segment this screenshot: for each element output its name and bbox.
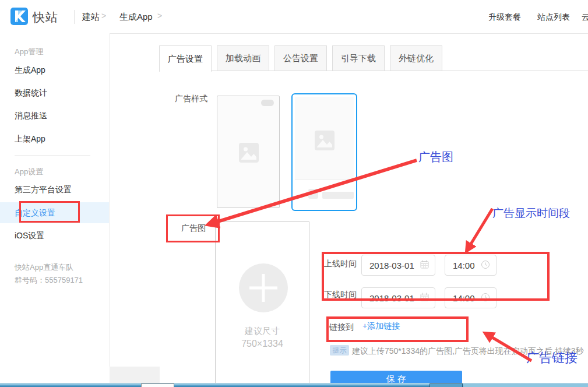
calendar-icon[interactable] bbox=[420, 293, 429, 303]
sidebar-item-ios-settings[interactable]: iOS设置 bbox=[15, 231, 44, 241]
calendar-icon[interactable] bbox=[420, 260, 429, 270]
sidebar: App管理 生成App 数据统计 消息推送 上架App App设置 第三方平台设… bbox=[0, 33, 110, 387]
image-placeholder-icon bbox=[239, 143, 259, 165]
online-time-value: 14:00 bbox=[453, 261, 475, 270]
tab-guide-download[interactable]: 引导下载 bbox=[332, 45, 385, 71]
tab-loading-animation[interactable]: 加载动画 bbox=[217, 45, 269, 71]
nav-upgrade-plan[interactable]: 升级套餐 bbox=[488, 12, 521, 23]
nav-site-list[interactable]: 站点列表 bbox=[537, 12, 570, 23]
sidebar-section-app-settings: App设置 bbox=[15, 167, 43, 177]
logo-icon bbox=[10, 8, 28, 27]
nav-cloud-clipped[interactable]: 云 bbox=[582, 12, 588, 23]
top-header: 快站 建站 > 生成App > 升级套餐 站点列表 云 bbox=[0, 0, 588, 34]
offline-time-value: 14:00 bbox=[453, 293, 475, 303]
skip-pill bbox=[261, 100, 274, 106]
ad-preview-image-area bbox=[295, 97, 354, 180]
sidebar-footer-team: 快站App直通车队 bbox=[15, 262, 73, 273]
ad-style-label: 广告样式 bbox=[175, 94, 207, 104]
online-date-input[interactable]: 2018-03-01 bbox=[361, 255, 435, 276]
online-date-value: 2018-03-01 bbox=[369, 261, 414, 270]
taskbar-window-button[interactable] bbox=[429, 384, 463, 387]
text-placeholder bbox=[322, 192, 354, 199]
offline-time-label: 下线时间 bbox=[324, 290, 357, 300]
taskbar-sliver[interactable] bbox=[0, 383, 588, 387]
tab-ad-settings[interactable]: 广告设置 bbox=[159, 45, 212, 72]
logo-text: 快站 bbox=[33, 9, 58, 26]
tip-badge: 提示 bbox=[330, 345, 349, 356]
breadcrumb-generate-app[interactable]: 生成App bbox=[119, 12, 153, 23]
link-to-label: 链接到 bbox=[329, 322, 354, 333]
sidebar-section-app-management: App管理 bbox=[15, 47, 43, 57]
offline-date-input[interactable]: 2018-03-01 bbox=[361, 287, 435, 308]
sidebar-item-publish-app[interactable]: 上架App bbox=[15, 134, 45, 145]
tab-external-link-optimization[interactable]: 外链优化 bbox=[390, 45, 442, 71]
header-divider bbox=[74, 10, 75, 24]
ad-style-option-with-banner[interactable] bbox=[291, 93, 357, 211]
breadcrumb-chevron: > bbox=[157, 11, 162, 20]
online-time-input[interactable]: 14:00 bbox=[445, 255, 497, 276]
sidebar-item-third-party-settings[interactable]: 第三方平台设置 bbox=[15, 185, 72, 195]
ad-style-option-fullscreen[interactable] bbox=[217, 96, 280, 208]
bottom-left-gray-panel bbox=[110, 367, 160, 384]
clock-icon[interactable] bbox=[481, 260, 490, 271]
sidebar-item-message-push[interactable]: 消息推送 bbox=[15, 111, 47, 121]
add-link-button[interactable]: +添加链接 bbox=[362, 321, 400, 332]
ad-preview-bottom-strip bbox=[295, 180, 354, 207]
upload-hint-size: 建议尺寸 bbox=[216, 326, 309, 337]
ad-image-upload[interactable]: 建议尺寸 750×1334 bbox=[215, 221, 309, 387]
breadcrumb-site-builder[interactable]: 建站 bbox=[82, 12, 100, 23]
annotation-note-ad-link: 广告链接 bbox=[526, 349, 578, 367]
annotation-note-time-range: 广告显示时间段 bbox=[492, 206, 570, 221]
sidebar-item-custom-settings[interactable]: 自定义设置 bbox=[0, 202, 109, 223]
upload-hint-dimensions: 750×1334 bbox=[216, 339, 309, 349]
ad-image-label: 广告图 bbox=[181, 223, 206, 234]
breadcrumb-chevron: > bbox=[101, 11, 106, 20]
sidebar-item-data-statistics[interactable]: 数据统计 bbox=[15, 88, 47, 98]
logo[interactable]: 快站 bbox=[10, 8, 58, 27]
clock-icon[interactable] bbox=[481, 293, 490, 304]
taskbar-segment bbox=[463, 384, 588, 387]
sidebar-item-label: 自定义设置 bbox=[15, 208, 55, 219]
sidebar-footer-group-number: 群号码：555759171 bbox=[15, 275, 83, 286]
online-time-label: 上线时间 bbox=[324, 259, 357, 269]
annotation-note-ad-image: 广告图 bbox=[418, 149, 453, 165]
tabbar-bottom-line bbox=[159, 71, 588, 71]
logo-placeholder bbox=[308, 189, 318, 199]
sidebar-divider bbox=[15, 155, 90, 156]
offline-date-value: 2018-03-01 bbox=[369, 293, 414, 303]
sidebar-item-generate-app[interactable]: 生成App bbox=[15, 65, 45, 76]
plus-icon bbox=[239, 263, 288, 315]
tab-announcement-settings[interactable]: 公告设置 bbox=[274, 45, 327, 71]
arrow-to-time-fields bbox=[467, 209, 492, 251]
offline-time-input[interactable]: 14:00 bbox=[445, 287, 497, 308]
taskbar-window-button[interactable] bbox=[141, 384, 174, 387]
